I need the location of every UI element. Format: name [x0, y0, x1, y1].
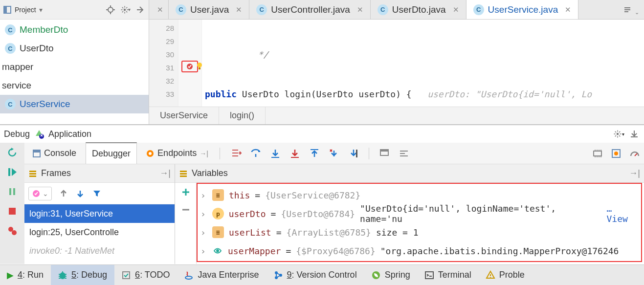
debug-config-name[interactable]: Application: [48, 129, 91, 139]
debug-export-icon[interactable]: [628, 128, 640, 140]
thread-selector[interactable]: ⌄: [28, 187, 52, 200]
evaluate-expression-icon[interactable]: [378, 147, 391, 160]
svg-rect-36: [180, 171, 187, 172]
frame-row[interactable]: invoke0: -1 NativeMet: [24, 241, 175, 260]
frames-options-icon[interactable]: →|: [159, 168, 171, 178]
variables-title: Variables: [192, 168, 228, 178]
show-execution-point-icon[interactable]: [230, 147, 243, 160]
locate-icon[interactable]: [105, 4, 116, 16]
gauge-icon[interactable]: [629, 148, 640, 159]
view-link[interactable]: … View: [607, 203, 639, 224]
stop-icon[interactable]: [5, 204, 19, 218]
tree-item-mapper[interactable]: mapper: [0, 58, 149, 76]
debug-config-icon[interactable]: [34, 129, 44, 139]
gear-icon[interactable]: ▾: [119, 4, 131, 16]
spring-tool[interactable]: Spring: [364, 265, 418, 285]
remove-watch-icon[interactable]: [180, 204, 191, 215]
variable-row[interactable]: ›userMapper = {$Proxy64@6786} "org.apach…: [200, 241, 638, 260]
editor-tabs: ✕ CUser.java✕ CUserController.java✕ CUse…: [149, 0, 644, 20]
resume-icon[interactable]: [5, 165, 19, 179]
tree-item-service[interactable]: service: [0, 76, 149, 95]
variable-row[interactable]: ›≡userList = {ArrayList@6785} size = 1: [200, 223, 638, 241]
status-bar: ▶4: Run 5: Debug 6: TODO Java Enterprise…: [0, 264, 644, 285]
step-out-icon[interactable]: [308, 147, 321, 160]
frames-list[interactable]: login:31, UserService login:25, UserCont…: [24, 204, 175, 264]
editor-gutter[interactable]: 28 29 30 31 32 33: [149, 20, 178, 107]
tab-userdto[interactable]: CUserDto.java✕: [371, 0, 466, 19]
svg-rect-38: [180, 175, 187, 177]
project-pane: Project ▾ ▾ CMemberDto CUserDto mapper s…: [0, 0, 149, 124]
frames-title: Frames: [41, 168, 71, 178]
svg-rect-28: [380, 150, 388, 152]
overhead-icon[interactable]: [611, 148, 622, 159]
tree-item-memberdto[interactable]: CMemberDto: [0, 21, 149, 39]
debug-toolbar: Console Debugger Endpoints→|: [24, 143, 644, 164]
intention-bulb-icon[interactable]: [195, 62, 204, 70]
rerun-icon[interactable]: [5, 146, 19, 159]
code-area[interactable]: */ public UserDto login(UserDto userDto)…: [202, 20, 644, 107]
terminal-tool[interactable]: Terminal: [418, 265, 479, 285]
tab-usercontroller[interactable]: CUserController.java✕: [249, 0, 371, 19]
problems-tool[interactable]: Proble: [479, 265, 532, 285]
tab-options-icon[interactable]: ⌄: [619, 0, 644, 19]
filter-frames-icon[interactable]: [92, 189, 102, 198]
svg-rect-25: [311, 149, 318, 150]
debug-tool[interactable]: 5: Debug: [51, 265, 114, 285]
java-ee-tool[interactable]: Java Enterprise: [177, 265, 266, 285]
svg-rect-26: [356, 150, 357, 157]
frame-row[interactable]: login:25, UserControlle: [24, 223, 175, 241]
project-tree[interactable]: CMemberDto CUserDto mapper service CUser…: [0, 20, 149, 124]
svg-point-31: [614, 152, 618, 155]
step-into-icon[interactable]: [269, 147, 282, 160]
svg-point-12: [616, 133, 619, 135]
variables-options-icon[interactable]: →|: [629, 168, 640, 178]
variable-row[interactable]: ›≡this = {UserService@6782}: [200, 186, 638, 204]
crumb-class[interactable]: UserService: [149, 107, 219, 124]
collapse-icon[interactable]: [134, 4, 146, 16]
frame-row[interactable]: login:31, UserService: [24, 204, 175, 223]
prev-frame-icon[interactable]: [59, 189, 68, 198]
project-title[interactable]: Project ▾: [3, 5, 102, 14]
svg-rect-14: [9, 188, 11, 195]
variable-row[interactable]: ›puserDto = {UserDto@6784} "UserDto{id='…: [200, 204, 638, 223]
run-tool[interactable]: ▶4: Run: [0, 265, 51, 285]
variables-list[interactable]: ›≡this = {UserService@6782} ›puserDto = …: [197, 183, 642, 262]
tab-close-left[interactable]: ✕: [149, 0, 169, 19]
svg-rect-24: [291, 157, 299, 158]
next-frame-icon[interactable]: [75, 189, 85, 198]
endpoints-tab[interactable]: Endpoints→|: [140, 143, 215, 164]
debug-panel: Debug Application ▾ Console Debugger End…: [0, 125, 644, 264]
svg-point-22: [149, 152, 152, 155]
debugger-tab[interactable]: Debugger: [86, 142, 137, 164]
memory-icon[interactable]: [592, 148, 603, 159]
add-watch-icon[interactable]: [180, 187, 191, 197]
trace-icon[interactable]: [398, 147, 410, 160]
tab-user[interactable]: CUser.java✕: [169, 0, 249, 19]
svg-point-2: [108, 7, 113, 12]
console-tab[interactable]: Console: [26, 143, 83, 164]
debug-gear-icon[interactable]: ▾: [613, 128, 624, 140]
gutter-icons: [178, 20, 202, 107]
run-to-cursor-icon[interactable]: [347, 147, 360, 160]
tab-userservice[interactable]: CUserService.java✕: [466, 0, 579, 19]
svg-rect-13: [8, 168, 10, 176]
svg-point-7: [123, 8, 126, 11]
crumb-method[interactable]: login(): [219, 107, 266, 124]
view-breakpoints-icon[interactable]: [5, 224, 19, 238]
tree-item-userservice[interactable]: CUserService: [0, 95, 149, 113]
svg-rect-34: [29, 175, 36, 177]
force-step-into-icon[interactable]: [289, 147, 301, 160]
pause-icon[interactable]: [5, 185, 19, 198]
svg-point-11: [39, 134, 44, 139]
svg-rect-20: [33, 150, 40, 153]
svg-point-9: [197, 63, 202, 67]
todo-tool[interactable]: 6: TODO: [114, 265, 177, 285]
debug-side-toolbar: [0, 143, 24, 264]
version-control-tool[interactable]: 9: Version Control: [266, 265, 364, 285]
step-over-icon[interactable]: [249, 147, 262, 160]
svg-rect-1: [4, 6, 7, 13]
tree-item-userdto[interactable]: CUserDto: [0, 39, 149, 58]
drop-frame-icon[interactable]: [328, 147, 340, 160]
debug-title: Debug: [4, 129, 30, 139]
svg-rect-47: [425, 272, 433, 279]
